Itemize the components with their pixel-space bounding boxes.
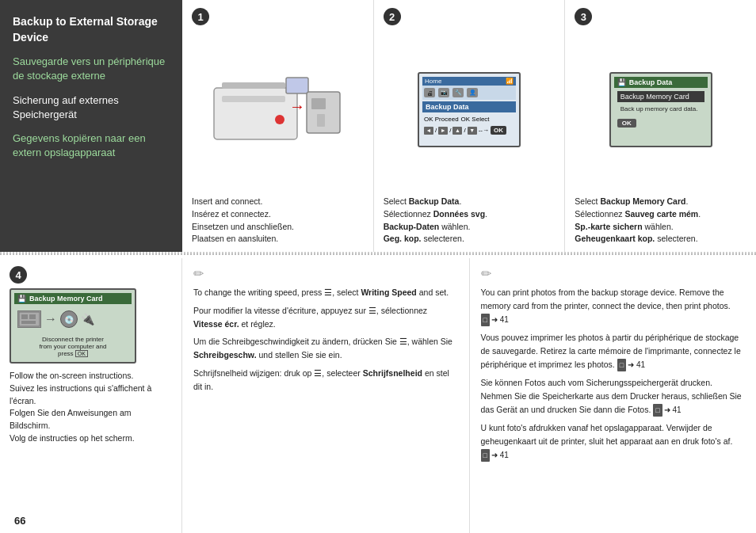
step1-text-fr: Insérez et connectez. xyxy=(192,208,364,221)
step2-text-de: Backup-Daten wählen. xyxy=(384,221,556,234)
step4-disk: 💿 xyxy=(60,310,78,328)
step4-msg: Disconnect the printerfrom your computer… xyxy=(14,334,132,359)
nav-sep1: / xyxy=(435,127,437,134)
step2-bottom-icons: OK Proceed OK Select xyxy=(422,114,516,124)
step2-number: 2 xyxy=(384,8,401,25)
step3-header-icon: 💾 xyxy=(617,78,626,86)
svg-rect-10 xyxy=(21,314,28,319)
title-panel: Backup to External Storage Device Sauveg… xyxy=(0,0,182,252)
page-number: 66 xyxy=(14,515,25,527)
step4-header-label: Backup Memory Card xyxy=(29,295,103,303)
step2-selected-item: Backup Data xyxy=(422,101,516,112)
step3-ok: OK xyxy=(617,119,636,128)
note1-panel: ✏ To change the writing speed, press ☰, … xyxy=(182,258,470,533)
step4-panel: 4 💾 Backup Memory Card → xyxy=(0,258,182,533)
note1-icon: ✏ xyxy=(193,266,458,281)
svg-rect-7 xyxy=(311,98,326,109)
step4-header-icon: 💾 xyxy=(17,295,26,303)
step3-screen: 💾 Backup Data Backup Memory Card Back up… xyxy=(609,72,712,147)
nav-sep3: / xyxy=(464,127,465,134)
step1-text-de: Einsetzen und anschließen. xyxy=(192,221,364,234)
note2-text-fr: Vous pouvez imprimer les photos à partir… xyxy=(481,331,746,371)
step1-text: Insert and connect. Insérez et connectez… xyxy=(192,196,364,246)
step3-header: 💾 Backup Data xyxy=(614,77,708,88)
svg-point-3 xyxy=(275,115,284,124)
steps-top: 1 → xyxy=(182,0,756,252)
note1-text-en: To change the writing speed, press ☰, se… xyxy=(193,286,458,299)
step1-text-en: Insert and connect. xyxy=(192,196,364,208)
step4-usb: 🔌 xyxy=(81,313,94,326)
step3-text-nl: Geheugenkaart kop. selecteren. xyxy=(575,233,746,246)
note1-text-fr: Pour modifier la vitesse d'écriture, app… xyxy=(193,304,458,331)
printer-illustration: → xyxy=(210,68,345,151)
step2-text-en: Select Backup Data. xyxy=(384,196,556,208)
step3-option1: Backup Memory Card xyxy=(617,91,704,102)
cam-icon-2: 📷 xyxy=(438,88,449,97)
title-french: Sauvegarde vers un périphérique de stock… xyxy=(13,55,170,83)
nav-down: ▼ xyxy=(468,127,477,135)
step4-arrow: → xyxy=(44,312,57,326)
nav-dash: --→ xyxy=(479,127,489,134)
nav-right: ► xyxy=(438,127,448,135)
svg-rect-8 xyxy=(317,114,325,127)
step2-home-label: Home xyxy=(425,78,441,85)
note2-text: You can print photos from the backup sto… xyxy=(481,286,746,462)
step3-body: Backup Memory Card Back up memory card d… xyxy=(614,88,708,131)
note2-text-en: You can print photos from the backup sto… xyxy=(481,286,746,326)
step3-text-en: Select Backup Memory Card. xyxy=(575,196,746,208)
svg-rect-1 xyxy=(222,82,285,89)
step3-header-label: Backup Data xyxy=(629,78,673,86)
note1-text-de: Um die Schreibgeschwindigkeit zu ändern,… xyxy=(193,335,458,362)
step3-text-fr: Sélectionnez Sauveg carte mém. xyxy=(575,208,746,221)
nav-left: ◄ xyxy=(424,127,433,135)
nav-sep2: / xyxy=(449,127,451,134)
note2-text-de: Sie können Fotos auch vom Sicherungsspei… xyxy=(481,376,746,417)
step4-text-en: Follow the on-screen instructions. xyxy=(10,370,172,383)
cam-icon-3: 🔧 xyxy=(452,88,464,97)
note2-icon: ✏ xyxy=(481,266,746,281)
note1-text-nl: Schrijfsnelheid wijzigen: druk op ☰, sel… xyxy=(193,367,458,394)
svg-rect-11 xyxy=(29,314,36,319)
thumb-icon xyxy=(18,311,40,327)
svg-rect-2 xyxy=(222,96,285,102)
step4-thumb xyxy=(17,310,41,328)
step1-image: → xyxy=(192,30,364,189)
step4-text: Follow the on-screen instructions. Suive… xyxy=(10,370,172,445)
title-dutch: Gegevens kopiëren naar een extern opslag… xyxy=(13,131,170,160)
step4-header: 💾 Backup Memory Card xyxy=(14,293,132,304)
step2-icons: 🖨 📷 🔧 👤 xyxy=(422,86,516,100)
step1-panel: 1 → xyxy=(182,0,374,252)
step4-body: → 💿 🔌 xyxy=(14,304,132,334)
nav-ok: OK xyxy=(491,126,506,135)
note1-text: To change the writing speed, press ☰, se… xyxy=(193,286,458,394)
nav-up: ▲ xyxy=(452,127,462,135)
step4-text-nl: Volg de instructies op het scherm. xyxy=(10,432,172,445)
step2-screen: Home 📶 🖨 📷 🔧 👤 Backup Data OK Proceed xyxy=(418,72,521,147)
step2-image: Home 📶 🖨 📷 🔧 👤 Backup Data OK Proceed xyxy=(384,30,556,189)
svg-rect-0 xyxy=(214,88,297,139)
cam-icon-4: 👤 xyxy=(467,88,478,97)
step1-text-nl: Plaatsen en aansluiten. xyxy=(192,233,364,246)
step4-text-de: Folgen Sie den Anweisungen am Bildschirm… xyxy=(10,407,172,432)
step2-text-nl: Geg. kop. selecteren. xyxy=(384,233,556,246)
svg-rect-4 xyxy=(286,78,308,93)
step3-text-de: Sp.-karte sichern wählen. xyxy=(575,221,746,234)
step2-text-fr: Sélectionnez Données svg. xyxy=(384,208,556,221)
step2-signal-icon: 📶 xyxy=(506,78,514,85)
step3-image: 💾 Backup Data Backup Memory Card Back up… xyxy=(575,30,746,189)
step2-proceed: OK Proceed xyxy=(424,116,459,123)
title-german: Sicherung auf externes Speichergerät xyxy=(13,93,170,122)
bottom-section: 4 💾 Backup Memory Card → xyxy=(0,255,756,533)
svg-rect-6 xyxy=(307,92,340,133)
top-section: Backup to External Storage Device Sauveg… xyxy=(0,0,756,253)
step2-nav: ◄ / ► / ▲ / ▼ --→ OK xyxy=(422,124,516,136)
note2-text-nl: U kunt foto's afdrukken vanaf het opslag… xyxy=(481,421,746,462)
step3-number: 3 xyxy=(575,8,592,25)
title-english: Backup to External Storage Device xyxy=(13,14,170,45)
step2-screen-header: Home 📶 xyxy=(422,77,516,86)
note2-panel: ✏ You can print photos from the backup s… xyxy=(470,258,757,533)
step3-text: Select Backup Memory Card. Sélectionnez … xyxy=(575,196,746,246)
page: Backup to External Storage Device Sauveg… xyxy=(0,0,756,533)
step4-text-fr: Suivez les instructions qui s'affichent … xyxy=(10,383,172,408)
step3-panel: 3 💾 Backup Data Backup Memory Card Back … xyxy=(565,0,756,252)
